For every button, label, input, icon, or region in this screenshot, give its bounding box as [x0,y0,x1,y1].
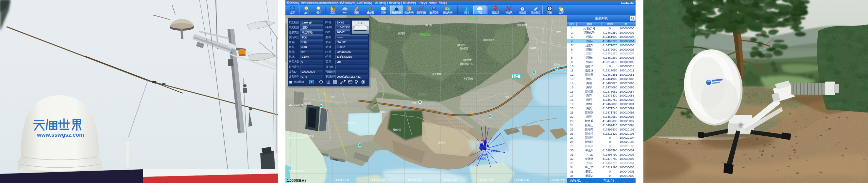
svg-text:迅隆4: 迅隆4 [482,153,488,156]
svg-text:113°54.0 E: 113°54.0 E [442,178,457,182]
svg-text:铁路公园: 铁路公园 [346,122,355,124]
svg-text:深圳湾诗湾: 深圳湾诗湾 [483,38,494,41]
svg-text:113°53.5 E: 113°53.5 E [406,178,421,182]
svg-text:南油: 南油 [412,102,416,104]
svg-text:113°54.5 E: 113°54.5 E [478,178,493,182]
svg-text:深圳明华: 深圳明华 [463,59,472,61]
svg-text:22°29.0 N: 22°29.0 N [289,103,303,106]
svg-text:国际会议中心: 国际会议中心 [460,62,474,65]
svg-text:富众酒店: 富众酒店 [460,47,469,50]
svg-text:四海公园: 四海公园 [467,17,477,20]
svg-text:四海小区: 四海小区 [392,128,401,131]
svg-text:113°55.5 E: 113°55.5 E [550,178,565,182]
svg-text:关口西: 关口西 [425,24,432,27]
svg-text:22°28.0 N: 22°28.0 N [289,169,303,173]
svg-text:蛇口: 蛇口 [513,75,518,78]
svg-text:深圳湾体育: 深圳湾体育 [517,24,528,27]
svg-text:南山公园: 南山公园 [420,33,430,36]
svg-text:太子湾: 太子湾 [438,141,445,144]
svg-text:向南村: 向南村 [556,30,563,33]
svg-text:海上世界: 海上世界 [432,73,441,76]
svg-text:113°52.5 E: 113°52.5 E [334,178,349,182]
svg-text:大新: 大新 [330,96,335,99]
svg-text:迅隆贰号: 迅隆贰号 [477,157,486,160]
svg-text:1.0000(海里): 1.0000(海里) [287,179,306,182]
svg-text:桃花源: 桃花源 [398,32,405,35]
svg-text:22°28.5 N: 22°28.5 N [289,136,303,140]
svg-text:湾厦: 湾厦 [505,96,510,99]
svg-text:113°53.0 E: 113°53.0 E [370,178,385,182]
svg-text:www.sswgsz.com: www.sswgsz.com [37,132,84,138]
svg-text:113°55.0 E: 113°55.0 E [514,178,529,182]
svg-text:蛇口渔港: 蛇口渔港 [464,77,473,80]
svg-text:深圳金全: 深圳金全 [457,43,466,46]
svg-text:前海路: 前海路 [379,110,386,113]
svg-text:碧海湾: 碧海湾 [304,102,311,105]
svg-text:东角头: 东角头 [553,63,560,66]
svg-text:园岭村: 园岭村 [530,47,536,49]
svg-text:迅隆11: 迅隆11 [491,149,498,152]
